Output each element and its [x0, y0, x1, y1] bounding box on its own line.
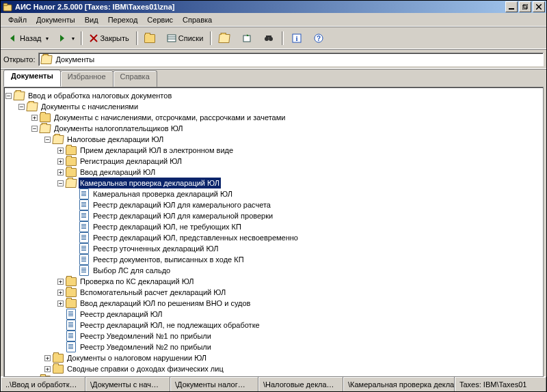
expand-icon[interactable]: + [57, 290, 64, 296]
tree-node[interactable]: −Камеральная проверка деклараций ЮЛ [5, 178, 542, 188]
expand-icon[interactable]: + [31, 377, 38, 378]
tree-node-label[interactable]: Выбор ЛС для сальдо [92, 265, 172, 276]
tree-node[interactable]: Реестр уточненных деклараций ЮЛ [5, 243, 542, 254]
find-button[interactable] [258, 30, 280, 46]
tree-node-label[interactable]: Регистрация деклараций ЮЛ [79, 156, 183, 167]
tree-node-label[interactable]: Реестр уточненных деклараций ЮЛ [92, 243, 219, 254]
tree-node[interactable]: Реестр деклараций ЮЛ для камеральной про… [5, 210, 542, 221]
open-folder-button[interactable] [214, 30, 236, 46]
status-cell[interactable]: \Документы налог… [170, 376, 258, 392]
tree-node[interactable]: Реестр деклараций ЮЛ [5, 309, 542, 320]
back-button[interactable]: Назад ▼ [3, 30, 54, 46]
close-doc-button[interactable]: Закрыть [85, 30, 133, 46]
close-button[interactable] [533, 1, 545, 12]
expand-icon[interactable]: + [31, 115, 38, 121]
status-cell[interactable]: ..\Ввод и обработк… [1, 376, 85, 392]
tree-node[interactable]: +Проверка по КС деклараций ЮЛ [5, 276, 542, 287]
tree-node-label[interactable]: Документы налогоплательщиков ЮЛ [53, 123, 185, 134]
tree-node-label[interactable]: Реестр деклараций ЮЛ, представленных нес… [92, 232, 299, 243]
lists-button[interactable]: Списки [162, 30, 209, 46]
tree-node-label[interactable]: Сводные справки о доходах физических лиц [66, 363, 225, 374]
tree-node[interactable]: +Ввод деклараций ЮЛ [5, 167, 542, 178]
tree-node[interactable]: +Документы налогоплательщиков ФЛ [5, 374, 542, 377]
tree-node-label[interactable]: Реестр деклараций ЮЛ для камерального ра… [92, 199, 272, 210]
tree-node[interactable]: +Ввод деклараций ЮЛ по решениям ВНО и су… [5, 298, 542, 309]
expand-icon[interactable]: + [57, 300, 64, 307]
tree-node[interactable]: −Налоговые декларации ЮЛ [5, 134, 542, 145]
tree-node-label[interactable]: Реестр документов, выписанных в ходе КП [92, 254, 245, 265]
restore-button[interactable] [519, 1, 531, 12]
tree-node[interactable]: Камеральная проверка деклараций ЮЛ [5, 188, 542, 199]
tree-node-label[interactable]: Вспомогательный расчет деклараций ЮЛ [79, 287, 227, 298]
tree-node-label[interactable]: Ввод деклараций ЮЛ по решениям ВНО и суд… [79, 298, 252, 309]
collapse-icon[interactable]: − [44, 137, 51, 143]
export-button[interactable] [236, 30, 258, 46]
status-cell[interactable]: \Налоговые декла… [258, 376, 343, 392]
tree-node[interactable]: +Сводные справки о доходах физических ли… [5, 363, 542, 374]
tree-node-label[interactable]: Ввод и обработка налоговых документов [27, 90, 173, 101]
tree-node-label[interactable]: Реестр деклараций ЮЛ [79, 309, 164, 320]
status-cell[interactable]: \Камеральная проверка деклараций… [343, 376, 455, 392]
tab-favorites[interactable]: Избранное [60, 70, 114, 87]
forward-button[interactable]: ▼ [54, 30, 79, 46]
expand-icon[interactable]: + [57, 158, 64, 165]
tree-node-label[interactable]: Налоговые декларации ЮЛ [66, 134, 165, 145]
info-button[interactable]: i [286, 30, 308, 46]
tree-node-label[interactable]: Реестр деклараций ЮЛ, не требующих КП [92, 221, 243, 232]
tree-node[interactable]: +Прием деклараций ЮЛ в электронном виде [5, 145, 542, 156]
tree-node[interactable]: Реестр Уведомлений №1 по прибыли [5, 331, 542, 341]
collapse-icon[interactable]: − [18, 104, 25, 110]
tree-node[interactable]: −Документы налогоплательщиков ЮЛ [5, 123, 542, 134]
expand-icon[interactable]: + [44, 355, 51, 361]
address-input[interactable]: Документы [38, 53, 544, 66]
tree-node[interactable]: Реестр деклараций ЮЛ, представленных нес… [5, 232, 542, 243]
folder-icon [66, 288, 77, 297]
collapse-icon[interactable]: − [31, 126, 38, 132]
folder-icon [40, 113, 51, 122]
tree-node-label[interactable]: Ввод деклараций ЮЛ [79, 167, 157, 178]
tree-node[interactable]: +Документы с начислениями, отсрочками, р… [5, 112, 542, 123]
expand-icon[interactable]: + [57, 169, 64, 176]
menu-documents[interactable]: Документы [31, 14, 80, 25]
menu-view[interactable]: Вид [80, 14, 103, 25]
minimize-button[interactable] [505, 1, 518, 12]
tree-node-label[interactable]: Документы с начислениями, отсрочками, ра… [53, 112, 286, 123]
tree-node-label[interactable]: Реестр Уведомлений №1 по прибыли [79, 331, 213, 341]
tree-node-label[interactable]: Камеральная проверка деклараций ЮЛ [92, 188, 234, 199]
tree-node-label[interactable]: Документы о налоговом нарушении ЮЛ [66, 352, 208, 363]
collapse-icon[interactable]: − [5, 93, 12, 99]
tree-node[interactable]: Реестр деклараций ЮЛ, не подлежащих обра… [5, 320, 542, 331]
tree-node-label[interactable]: Реестр Уведомлений №2 по прибыли [79, 341, 213, 352]
tree-node[interactable]: −Ввод и обработка налоговых документов [5, 90, 542, 101]
tree-node[interactable]: +Документы о налоговом нарушении ЮЛ [5, 352, 542, 363]
folder-button[interactable] [140, 30, 162, 46]
tree-node-label[interactable]: Реестр деклараций ЮЛ для камеральной про… [92, 210, 274, 221]
menu-file[interactable]: Файл [3, 14, 31, 25]
tree-node-label[interactable]: Реестр деклараций ЮЛ, не подлежащих обра… [79, 320, 261, 331]
tree-node[interactable]: Реестр деклараций ЮЛ, не требующих КП [5, 221, 542, 232]
tab-help[interactable]: Справка [113, 70, 157, 87]
tree-node[interactable]: Реестр документов, выписанных в ходе КП [5, 254, 542, 265]
expand-icon[interactable]: + [57, 148, 64, 154]
collapse-icon[interactable]: − [57, 180, 64, 186]
tab-documents[interactable]: Документы [3, 70, 61, 87]
tree-node-label[interactable]: Камеральная проверка деклараций ЮЛ [79, 178, 221, 188]
menu-help[interactable]: Справка [178, 14, 217, 25]
tree-node[interactable]: Реестр Уведомлений №2 по прибыли [5, 341, 542, 352]
tree-node[interactable]: +Вспомогательный расчет деклараций ЮЛ [5, 287, 542, 298]
tree-node[interactable]: Выбор ЛС для сальдо [5, 265, 542, 276]
tree-node-label[interactable]: Проверка по КС деклараций ЮЛ [79, 276, 195, 287]
tree-node-label[interactable]: Прием деклараций ЮЛ в электронном виде [79, 145, 235, 156]
status-cell[interactable]: \Документы с нач… [85, 376, 170, 392]
menu-goto[interactable]: Переход [103, 14, 143, 25]
tree-view[interactable]: −Ввод и обработка налоговых документов−Д… [3, 87, 544, 377]
tree-node-label[interactable]: Документы налогоплательщиков ФЛ [53, 374, 183, 377]
tree-node[interactable]: +Регистрация деклараций ЮЛ [5, 156, 542, 167]
tree-node[interactable]: Реестр деклараций ЮЛ для камерального ра… [5, 199, 542, 210]
expand-icon[interactable]: + [57, 279, 64, 285]
help-button[interactable]: ? [308, 30, 330, 46]
menu-service[interactable]: Сервис [142, 14, 178, 25]
tree-node[interactable]: −Документы с начислениями [5, 101, 542, 112]
expand-icon[interactable]: + [44, 366, 51, 372]
tree-node-label[interactable]: Документы с начислениями [40, 101, 139, 112]
